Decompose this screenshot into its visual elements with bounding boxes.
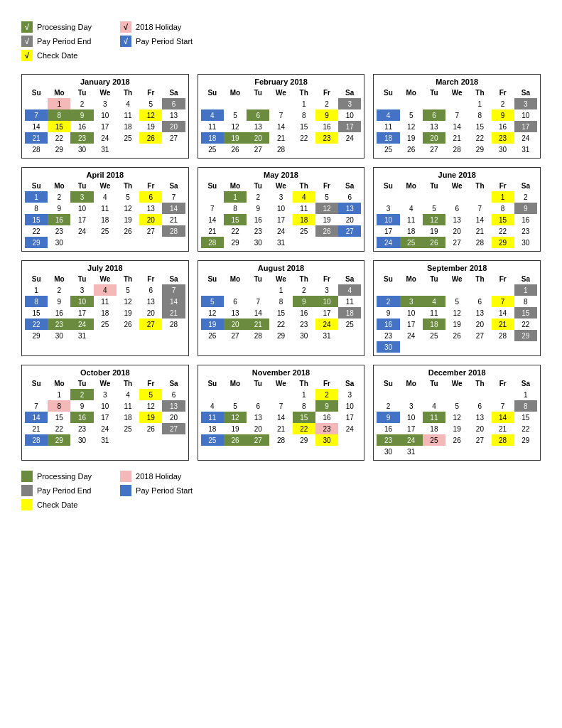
day-cell: 10 xyxy=(338,400,361,412)
day-cell: 18 xyxy=(338,307,361,318)
day-cell: 14 xyxy=(492,412,514,423)
holiday-box: √ xyxy=(120,21,131,33)
day-cell: 3 xyxy=(338,389,361,400)
day-cell: 30 xyxy=(315,434,338,446)
day-header-we: We xyxy=(94,380,117,387)
day-header-su: Su xyxy=(201,380,224,387)
day-header-tu: Tu xyxy=(423,380,445,387)
day-cell: 8 xyxy=(293,400,315,412)
day-cell: 8 xyxy=(48,109,70,121)
legend-bottom-check-date: Check Date xyxy=(21,499,92,510)
day-header-sa: Sa xyxy=(338,380,361,387)
day-header-su: Su xyxy=(201,275,224,283)
day-cell: 15 xyxy=(224,214,247,225)
legend-processing-day: √ Processing Day xyxy=(21,21,92,33)
day-header-mo: Mo xyxy=(48,275,70,283)
day-cell: 27 xyxy=(224,330,247,341)
day-header-sa: Sa xyxy=(514,182,537,190)
processing-day-label: Processing Day xyxy=(37,23,92,31)
day-header-th: Th xyxy=(293,380,315,387)
day-cell: 27 xyxy=(468,434,491,446)
day-header-tu: Tu xyxy=(70,89,93,97)
day-cell: 12 xyxy=(224,412,247,423)
day-cell: 13 xyxy=(445,214,468,225)
day-cell: 8 xyxy=(48,400,70,412)
calendar-header: SuMoTuWeThFrSa xyxy=(25,182,185,190)
day-cell: 15 xyxy=(514,307,537,318)
day-cell: 11 xyxy=(423,307,445,318)
calendar-title: August 2018 xyxy=(201,264,362,272)
day-cell: 9 xyxy=(377,412,399,423)
day-cell: 24 xyxy=(377,237,399,248)
day-cell: 25 xyxy=(201,144,224,155)
day-header-fr: Fr xyxy=(315,182,338,190)
day-cell: 26 xyxy=(224,434,247,446)
day-cell: 10 xyxy=(338,109,361,121)
day-cell: 5 xyxy=(117,191,139,203)
day-cell: 1 xyxy=(492,191,514,203)
day-cell: 3 xyxy=(94,389,117,400)
day-cell: 16 xyxy=(377,423,399,434)
day-cell: 9 xyxy=(514,203,537,214)
day-cell: 26 xyxy=(139,423,162,434)
day-cell: 5 xyxy=(423,203,445,214)
legend-top: √ Processing Day √ Pay Period End √ Chec… xyxy=(21,21,541,61)
day-cell: 17 xyxy=(269,214,292,225)
day-cell: 25 xyxy=(423,434,445,446)
day-cell: 8 xyxy=(468,109,491,121)
calendar-april-2018: April 2018SuMoTuWeThFrSa1234567891011121… xyxy=(21,167,189,252)
day-cell: 18 xyxy=(201,423,224,434)
day-cell: 25 xyxy=(117,132,139,144)
day-cell: 12 xyxy=(400,121,423,132)
day-header-mo: Mo xyxy=(400,380,423,387)
day-header-fr: Fr xyxy=(315,380,338,387)
day-header-mo: Mo xyxy=(224,275,247,283)
day-header-tu: Tu xyxy=(70,275,93,283)
day-cell: 5 xyxy=(224,109,247,121)
calendar-title: November 2018 xyxy=(201,368,362,377)
day-cell: 15 xyxy=(293,121,315,132)
day-cell: 28 xyxy=(162,225,185,237)
empty-cell xyxy=(445,98,468,109)
day-header-tu: Tu xyxy=(247,380,269,387)
day-cell: 28 xyxy=(269,144,292,155)
day-cell: 7 xyxy=(25,400,48,412)
day-cell: 31 xyxy=(400,446,423,457)
day-header-sa: Sa xyxy=(162,275,185,283)
empty-cell xyxy=(247,284,269,296)
day-cell: 13 xyxy=(162,400,185,412)
day-cell: 6 xyxy=(468,296,491,307)
day-cell: 21 xyxy=(25,423,48,434)
day-cell: 29 xyxy=(25,330,48,341)
day-cell: 10 xyxy=(70,296,93,307)
day-cell: 28 xyxy=(162,318,185,330)
day-cell: 17 xyxy=(377,225,399,237)
day-cell: 14 xyxy=(269,412,292,423)
day-cell: 26 xyxy=(117,318,139,330)
day-cell: 1 xyxy=(293,98,315,109)
pay-period-start-box: √ xyxy=(120,36,131,47)
day-cell: 13 xyxy=(468,412,491,423)
day-cell: 16 xyxy=(70,121,93,132)
day-cell: 7 xyxy=(25,109,48,121)
check-date-box: √ xyxy=(21,50,33,61)
day-cell: 5 xyxy=(201,296,224,307)
day-cell: 15 xyxy=(269,307,292,318)
calendar-title: June 2018 xyxy=(377,171,537,179)
day-cell: 23 xyxy=(377,434,399,446)
day-cell: 13 xyxy=(247,412,269,423)
calendar-title: May 2018 xyxy=(201,171,362,179)
day-cell: 28 xyxy=(492,434,514,446)
calendar-grid: 1234567891011121314151617181920212223242… xyxy=(201,191,362,248)
day-cell: 7 xyxy=(468,203,491,214)
day-cell: 12 xyxy=(445,307,468,318)
day-cell: 6 xyxy=(162,98,185,109)
day-cell: 23 xyxy=(70,423,93,434)
day-header-mo: Mo xyxy=(400,182,423,190)
day-cell: 27 xyxy=(247,434,269,446)
day-header-fr: Fr xyxy=(139,275,162,283)
day-cell: 9 xyxy=(48,203,70,214)
day-header-tu: Tu xyxy=(247,275,269,283)
day-header-fr: Fr xyxy=(139,380,162,387)
day-header-th: Th xyxy=(468,275,491,283)
